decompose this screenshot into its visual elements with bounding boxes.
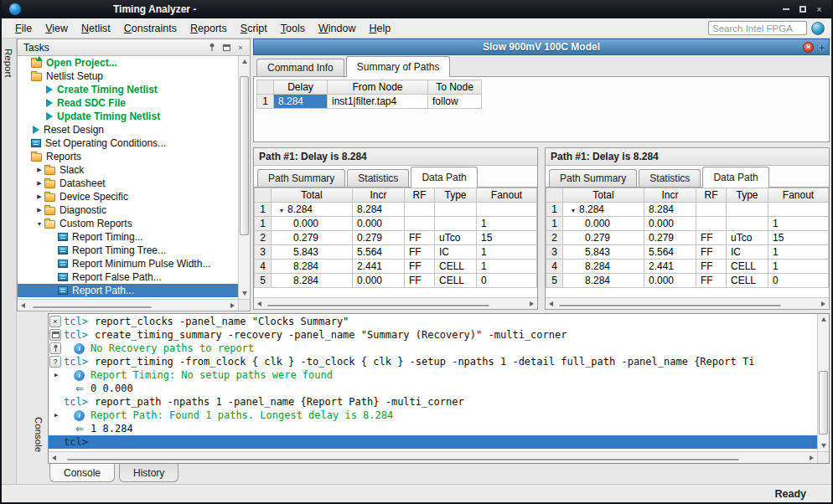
data-path-row[interactable]: 35.8435.564FFIC1 <box>546 245 829 260</box>
tree-item-diagnostic[interactable]: ▶Diagnostic <box>18 203 238 217</box>
scroll-right-arrow[interactable] <box>526 298 537 309</box>
menu-item-constraints[interactable]: Constraints <box>117 20 184 37</box>
tab-summary-of-paths[interactable]: Summary of Paths <box>346 56 451 76</box>
menu-item-file[interactable]: File <box>8 20 39 37</box>
tree-item-slack[interactable]: ▶Slack <box>18 163 238 177</box>
console-pin-button[interactable] <box>49 342 61 354</box>
maximize-button[interactable] <box>795 3 810 16</box>
tree-item-report-path[interactable]: Report Path... <box>18 284 238 297</box>
scroll-thumb[interactable] <box>240 76 249 235</box>
menu-item-reports[interactable]: Reports <box>184 20 234 37</box>
menu-item-tools[interactable]: Tools <box>274 20 312 37</box>
expander-icon[interactable]: ▶ <box>49 412 64 419</box>
tree-item-custom-reports[interactable]: ▼Custom Reports <box>18 217 238 230</box>
tree-item-read-sdc-file[interactable]: Read SDC File <box>18 96 238 110</box>
scroll-thumb[interactable] <box>33 306 152 308</box>
scroll-left-arrow[interactable] <box>254 298 265 309</box>
tab-statistics[interactable]: Statistics <box>639 169 701 187</box>
scroll-left-arrow[interactable] <box>49 452 60 463</box>
menu-item-script[interactable]: Script <box>234 20 274 37</box>
expander-icon[interactable]: ▶ <box>34 193 44 200</box>
data-path-row[interactable]: 48.2842.441FFCELL1 <box>255 260 537 274</box>
menu-item-help[interactable]: Help <box>362 20 397 37</box>
data-path-row[interactable]: 58.2840.000FFCELL0 <box>255 274 537 288</box>
scroll-up-arrow[interactable] <box>818 314 829 325</box>
tree-item-reports[interactable]: Reports <box>18 150 238 163</box>
panel-splitter[interactable] <box>538 147 545 310</box>
data-path-row[interactable]: 48.2842.441FFCELL1 <box>546 260 829 274</box>
console-close-button[interactable]: × <box>49 316 61 327</box>
scroll-thumb[interactable] <box>559 305 781 306</box>
tree-item-open-project[interactable]: Open Project... <box>18 56 238 69</box>
data-path-row[interactable]: 58.2840.000FFCELL0 <box>546 274 829 288</box>
tab-path-summary[interactable]: Path Summary <box>257 169 345 187</box>
menu-item-window[interactable]: Window <box>312 20 362 37</box>
summary-row[interactable]: 1 8.284 inst1|filter.tap4 follow <box>257 95 482 109</box>
data-path-row[interactable]: 10.0000.0001 <box>546 217 829 231</box>
data-path-row[interactable]: 20.2790.279FFuTco15 <box>546 231 829 245</box>
tree-item-reset-design[interactable]: Reset Design <box>18 123 238 136</box>
expander-icon[interactable]: ▼ <box>34 221 44 227</box>
console-input-line[interactable]: tcl> <box>49 435 817 449</box>
data-path-row[interactable]: 10.0000.0001 <box>255 217 537 231</box>
console-tab-console[interactable]: Console <box>49 464 115 482</box>
path-horizontal-scrollbar[interactable] <box>254 297 537 309</box>
model-dock-button[interactable]: + <box>818 40 825 54</box>
data-path-row[interactable]: 1▼8.2848.284 <box>255 203 537 217</box>
delay-cell[interactable]: 8.284 <box>274 95 328 109</box>
tree-item-report-timing[interactable]: Report Timing... <box>18 230 238 244</box>
path-horizontal-scrollbar[interactable] <box>546 297 829 309</box>
tree-item-set-operating-conditions[interactable]: Set Operating Conditions... <box>18 136 238 150</box>
scroll-right-arrow[interactable] <box>818 298 829 309</box>
menu-item-netlist[interactable]: Netlist <box>75 20 117 37</box>
data-path-row[interactable]: 20.2790.279FFuTco15 <box>255 231 537 245</box>
console-vertical-scrollbar[interactable] <box>817 314 829 451</box>
tab-command-info[interactable]: Command Info <box>256 59 344 76</box>
expander-icon[interactable]: ▶ <box>34 207 44 213</box>
scroll-thumb[interactable] <box>819 371 828 435</box>
expander-icon[interactable]: ▶ <box>34 180 44 187</box>
tree-item-report-minimum-pulse-width[interactable]: Report Minimum Pulse Width... <box>18 257 238 270</box>
scroll-thumb[interactable] <box>267 305 489 306</box>
minimize-button[interactable] <box>779 3 793 16</box>
console-output[interactable]: tcl>report_clocks -panel_name "Clocks Su… <box>49 315 817 451</box>
tree-item-device-specific[interactable]: ▶Device Specific <box>18 190 238 203</box>
console-help-button[interactable]: ? <box>49 356 61 368</box>
float-button[interactable] <box>220 42 232 53</box>
scroll-up-arrow[interactable] <box>239 56 250 67</box>
intel-fpga-globe-icon[interactable] <box>811 22 825 35</box>
scroll-down-arrow[interactable] <box>818 440 829 451</box>
scroll-left-arrow[interactable] <box>18 300 28 311</box>
console-float-button[interactable] <box>49 329 61 341</box>
console-horizontal-scrollbar[interactable] <box>49 451 817 463</box>
data-path-row[interactable]: 35.8435.564FFIC1 <box>255 245 537 260</box>
pin-button[interactable] <box>206 42 218 53</box>
tree-item-update-timing-netlist[interactable]: Update Timing Netlist <box>18 110 238 123</box>
scroll-thumb[interactable] <box>67 459 739 460</box>
scroll-right-arrow[interactable] <box>806 452 817 463</box>
scroll-right-arrow[interactable] <box>227 300 238 311</box>
menu-item-view[interactable]: View <box>39 20 75 37</box>
tasks-horizontal-scrollbar[interactable] <box>18 299 238 311</box>
tree-item-report-timing-tree[interactable]: Report Timing Tree... <box>18 244 238 257</box>
tasks-close-button[interactable]: × <box>235 42 246 53</box>
model-close-button[interactable]: × <box>803 42 814 53</box>
scroll-left-arrow[interactable] <box>546 298 556 309</box>
tree-item-report-false-path[interactable]: Report False Path... <box>18 270 238 284</box>
tab-data-path[interactable]: Data Path <box>702 167 768 187</box>
tree-item-create-timing-netlist[interactable]: Create Timing Netlist <box>18 83 238 96</box>
search-input[interactable] <box>708 21 807 35</box>
report-dock-tab[interactable]: Report <box>3 49 13 81</box>
data-path-row[interactable]: 1▼8.2848.284 <box>546 203 829 217</box>
model-panel-header[interactable]: Slow 900mV 100C Model × + <box>253 39 830 55</box>
scroll-down-arrow[interactable] <box>239 288 250 299</box>
expander-icon[interactable]: ▶ <box>34 167 44 173</box>
tree-item-netlist-setup[interactable]: Netlist Setup <box>18 69 238 83</box>
expander-icon[interactable]: ▼ <box>567 208 579 213</box>
expander-icon[interactable]: ▼ <box>276 208 287 213</box>
expander-icon[interactable]: ▶ <box>49 372 64 378</box>
close-button[interactable]: × <box>812 3 826 16</box>
tab-path-summary[interactable]: Path Summary <box>549 169 637 187</box>
tab-statistics[interactable]: Statistics <box>347 169 409 187</box>
console-dock-tab[interactable]: Console <box>34 417 44 455</box>
